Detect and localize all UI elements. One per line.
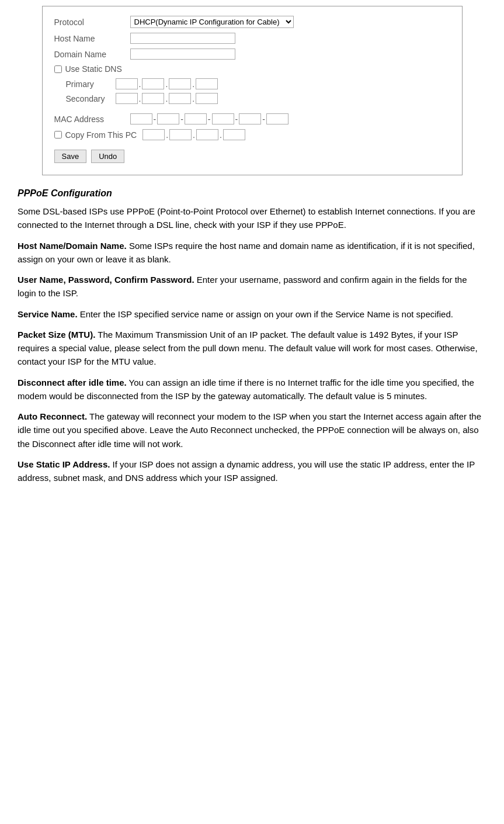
domain-name-label: Domain Name [54, 50, 130, 59]
term-paragraph-5: Auto Reconnect. The gateway will reconne… [18, 410, 486, 451]
protocol-select[interactable]: DHCP(Dynamic IP Configuration for Cable) [130, 16, 294, 28]
copy-dot-1: . [166, 130, 168, 140]
primary-ip-octet-4[interactable] [196, 78, 218, 89]
secondary-ip-octet-4[interactable] [196, 93, 218, 104]
copy-dot-3: . [220, 130, 222, 140]
secondary-ip-octet-2[interactable] [142, 93, 164, 104]
content-section: PPPoE Configuration Some DSL-based ISPs … [12, 188, 492, 484]
mac-dash-2: - [180, 115, 183, 124]
term-3: Packet Size (MTU). [18, 330, 95, 340]
secondary-dns-row: Secondary . . . [66, 93, 450, 104]
primary-label: Primary [66, 79, 116, 89]
config-form-box: Protocol DHCP(Dynamic IP Configuration f… [42, 6, 463, 175]
mac-dash-3: - [208, 115, 211, 124]
mac-octet-2[interactable] [157, 113, 179, 124]
protocol-row: Protocol DHCP(Dynamic IP Configuration f… [54, 16, 450, 28]
term-paragraph-1: User Name, Password, Confirm Password. E… [18, 273, 486, 300]
host-name-input[interactable] [130, 33, 235, 44]
term-paragraph-3: Packet Size (MTU). The Maximum Transmiss… [18, 328, 486, 369]
use-static-dns-checkbox[interactable] [54, 65, 62, 73]
secondary-dot-1: . [139, 94, 141, 103]
secondary-ip-octet-3[interactable] [169, 93, 191, 104]
mac-octet-4[interactable] [212, 113, 234, 124]
term-paragraph-0: Host Name/Domain Name. Some ISPs require… [18, 239, 486, 266]
secondary-label: Secondary [66, 94, 116, 103]
section-title: PPPoE Configuration [18, 188, 486, 199]
undo-button[interactable]: Undo [91, 150, 124, 163]
mac-address-label: MAC Address [54, 115, 130, 124]
copy-from-pc-row: Copy From This PC . . . [54, 129, 450, 140]
copy-ip-octet-4[interactable] [223, 129, 245, 140]
mac-dash-1: - [154, 115, 157, 124]
term-desc-5: The gateway will reconnect your modem to… [18, 411, 481, 449]
domain-name-input[interactable] [130, 49, 235, 60]
mac-octet-1[interactable] [130, 113, 152, 124]
copy-dot-2: . [193, 130, 195, 140]
primary-ip-octet-3[interactable] [169, 78, 191, 89]
mac-dash-5: - [262, 115, 265, 124]
copy-from-pc-label: Copy From This PC [65, 130, 137, 140]
primary-dot-3: . [192, 79, 194, 89]
copy-ip-octet-2[interactable] [169, 129, 192, 140]
primary-ip-octet-2[interactable] [142, 78, 164, 89]
mac-octet-3[interactable] [185, 113, 207, 124]
term-1: User Name, Password, Confirm Password. [18, 275, 194, 285]
primary-dot-1: . [139, 79, 141, 89]
copy-ip-octet-3[interactable] [196, 129, 218, 140]
primary-dns-row: Primary . . . [66, 78, 450, 89]
mac-octet-6[interactable] [266, 113, 289, 124]
term-0: Host Name/Domain Name. [18, 241, 127, 251]
primary-dot-2: . [165, 79, 168, 89]
protocol-label: Protocol [54, 18, 130, 27]
term-2: Service Name. [18, 309, 78, 319]
secondary-dot-3: . [192, 94, 194, 103]
intro-paragraph: Some DSL-based ISPs use PPPoE (Point-to-… [18, 205, 486, 232]
mac-octet-5[interactable] [239, 113, 261, 124]
primary-ip-octet-1[interactable] [116, 78, 138, 89]
term-6: Use Static IP Address. [18, 459, 110, 469]
copy-from-pc-checkbox[interactable] [54, 131, 62, 139]
secondary-ip-octet-1[interactable] [116, 93, 138, 104]
use-static-dns-label: Use Static DNS [65, 64, 122, 74]
mac-fields: - - - - - [130, 113, 289, 124]
use-static-dns-row: Use Static DNS [54, 64, 450, 74]
dns-section: Primary . . . Secondary . . . [66, 78, 450, 104]
domain-name-row: Domain Name [54, 49, 450, 60]
mac-dash-4: - [235, 115, 238, 124]
copy-ip-octet-1[interactable] [142, 129, 165, 140]
term-desc-2: Enter the ISP specified service name or … [78, 309, 453, 319]
term-4: Disconnect after idle time. [18, 378, 127, 387]
mac-address-row: MAC Address - - - - - [54, 113, 450, 124]
secondary-ip-fields: . . . [116, 93, 218, 104]
copy-ip-fields: . . . [142, 129, 245, 140]
term-paragraph-2: Service Name. Enter the ISP specified se… [18, 307, 486, 321]
secondary-dot-2: . [165, 94, 168, 103]
primary-ip-fields: . . . [116, 78, 218, 89]
term-5: Auto Reconnect. [18, 411, 87, 421]
save-button[interactable]: Save [54, 150, 87, 163]
host-name-row: Host Name [54, 33, 450, 44]
term-paragraph-6: Use Static IP Address. If your ISP does … [18, 458, 486, 485]
term-paragraph-4: Disconnect after idle time. You can assi… [18, 376, 486, 403]
host-name-label: Host Name [54, 34, 130, 43]
button-row: Save Undo [54, 150, 450, 163]
